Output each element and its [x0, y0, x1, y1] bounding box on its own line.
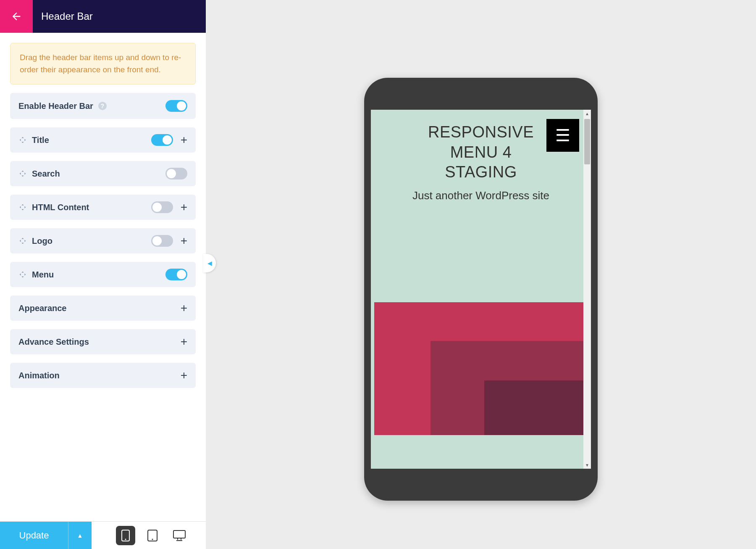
help-icon[interactable]: ? — [98, 102, 107, 110]
preview-content-image — [374, 302, 583, 435]
advance-settings-expand[interactable]: + — [181, 336, 187, 348]
hamburger-menu-button[interactable]: ☰ — [546, 119, 579, 152]
advance-settings-section[interactable]: Advance Settings + — [10, 329, 196, 354]
triangle-up-icon: ▲ — [77, 532, 83, 539]
hamburger-icon: ☰ — [555, 127, 570, 144]
device-switcher — [116, 526, 189, 545]
sidebar-header: Header Bar — [0, 0, 206, 33]
mobile-icon — [121, 529, 130, 542]
animation-expand[interactable]: + — [181, 370, 187, 381]
drag-handle-icon[interactable] — [18, 237, 27, 245]
page-title: Header Bar — [33, 11, 93, 22]
scroll-thumb[interactable] — [584, 119, 590, 164]
search-label: Search — [32, 169, 60, 179]
scroll-up-icon[interactable]: ▲ — [583, 110, 591, 117]
device-mobile-button[interactable] — [116, 526, 135, 545]
search-row[interactable]: Search — [10, 161, 196, 186]
menu-toggle[interactable] — [165, 269, 187, 280]
settings-sidebar: Header Bar Drag the header bar items up … — [0, 0, 206, 549]
animation-section[interactable]: Animation + — [10, 363, 196, 388]
advance-settings-label: Advance Settings — [18, 337, 89, 347]
appearance-label: Appearance — [18, 304, 67, 313]
html-content-toggle[interactable] — [151, 201, 173, 213]
drag-handle-icon[interactable] — [18, 270, 27, 279]
sidebar-footer: Update ▲ — [0, 521, 206, 549]
appearance-section[interactable]: Appearance + — [10, 296, 196, 321]
enable-header-bar-toggle[interactable] — [165, 100, 187, 112]
html-content-row[interactable]: HTML Content + — [10, 195, 196, 220]
logo-expand[interactable]: + — [181, 235, 187, 247]
svg-point-1 — [125, 538, 126, 540]
title-expand[interactable]: + — [181, 134, 187, 146]
phone-frame: ☰ RESPONSIVE MENU 4 STAGING Just another… — [364, 78, 598, 501]
search-toggle[interactable] — [165, 168, 187, 179]
device-tablet-button[interactable] — [143, 526, 162, 545]
title-label: Title — [32, 135, 49, 145]
svg-rect-4 — [173, 531, 185, 538]
html-content-label: HTML Content — [32, 203, 89, 212]
title-toggle[interactable] — [151, 134, 173, 146]
drag-handle-icon[interactable] — [18, 136, 27, 144]
device-desktop-button[interactable] — [170, 526, 189, 545]
preview-area: ☰ RESPONSIVE MENU 4 STAGING Just another… — [206, 0, 756, 549]
logo-label: Logo — [32, 236, 52, 246]
enable-header-bar-row: Enable Header Bar ? — [10, 93, 196, 119]
phone-screen: ☰ RESPONSIVE MENU 4 STAGING Just another… — [371, 110, 591, 469]
title-row[interactable]: Title + — [10, 127, 196, 153]
appearance-expand[interactable]: + — [181, 302, 187, 314]
html-content-expand[interactable]: + — [181, 201, 187, 213]
logo-row[interactable]: Logo + — [10, 228, 196, 253]
preview-site-header: ☰ RESPONSIVE MENU 4 STAGING Just another… — [371, 110, 591, 211]
update-dropdown-button[interactable]: ▲ — [68, 522, 92, 549]
scroll-down-icon[interactable]: ▼ — [583, 461, 591, 469]
preview-scrollbar[interactable]: ▲ ▼ — [583, 110, 591, 469]
back-button[interactable] — [0, 0, 33, 33]
logo-toggle[interactable] — [151, 235, 173, 247]
drag-handle-icon[interactable] — [18, 203, 27, 211]
tablet-icon — [147, 529, 158, 542]
preview-site-tagline: Just another WordPress site — [410, 188, 552, 203]
update-button[interactable]: Update — [0, 522, 68, 549]
menu-label: Menu — [32, 270, 54, 280]
menu-row[interactable]: Menu — [10, 262, 196, 287]
triangle-left-icon: ◀ — [207, 260, 212, 267]
drag-handle-icon[interactable] — [18, 169, 27, 178]
arrow-left-icon — [10, 11, 22, 22]
enable-header-bar-label: Enable Header Bar — [18, 101, 93, 111]
desktop-icon — [173, 530, 186, 541]
sidebar-body: Drag the header bar items up and down to… — [0, 33, 206, 521]
svg-point-3 — [152, 538, 153, 540]
preview-site-title: RESPONSIVE MENU 4 STAGING — [416, 122, 546, 182]
animation-label: Animation — [18, 371, 60, 380]
reorder-notice: Drag the header bar items up and down to… — [10, 43, 196, 84]
